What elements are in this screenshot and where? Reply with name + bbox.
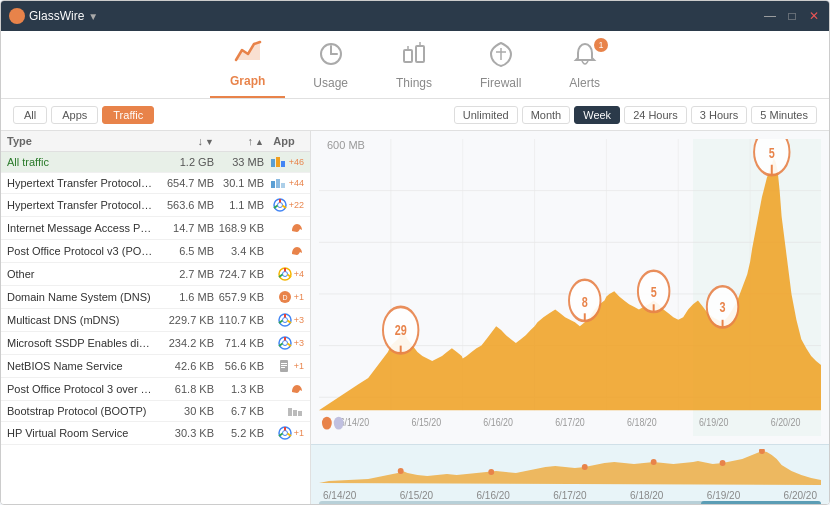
timeline-scrollbar[interactable] [319,501,821,504]
minimize-button[interactable]: — [763,9,777,23]
svg-rect-40 [298,411,302,416]
table-row[interactable]: Hypertext Transfer Protocol (HTTP) 563.6… [1,194,310,217]
row-up: 110.7 KB [214,314,264,326]
timeline-label-5: 6/19/20 [707,490,740,501]
tab-graph-label: Graph [230,74,265,88]
row-up: 30.1 MB [214,177,264,189]
row-type: Microsoft SSDP Enables discovery of U... [7,337,158,349]
row-down: 654.7 MB [158,177,214,189]
apps-button[interactable]: Apps [51,106,98,124]
all-button[interactable]: All [13,106,47,124]
graph-icon [234,38,262,72]
svg-rect-11 [281,183,285,188]
timeline-label-6: 6/20/20 [784,490,817,501]
svg-text:D: D [282,294,287,301]
table-row[interactable]: Microsoft SSDP Enables discovery of U...… [1,332,310,355]
chevron-down-icon[interactable]: ▼ [88,11,98,22]
row-up: 1.1 MB [214,199,264,211]
timeline-label-2: 6/16/20 [477,490,510,501]
table-row[interactable]: Multicast DNS (mDNS) 229.7 KB 110.7 KB +… [1,309,310,332]
table-row[interactable]: Other 2.7 MB 724.7 KB +4 [1,263,310,286]
row-app: +1 [264,359,304,373]
table-row[interactable]: Post Office Protocol v3 (POP3) 6.5 MB 3.… [1,240,310,263]
svg-point-66 [334,417,344,430]
subnav: All Apps Traffic Unlimited Month Week 24… [1,99,829,131]
svg-rect-8 [281,161,285,167]
svg-rect-10 [276,179,280,188]
svg-text:8: 8 [582,294,588,310]
sort-down-icon: ▼ [205,137,214,147]
tab-firewall[interactable]: Firewall [460,34,541,98]
month-button[interactable]: Month [522,106,571,124]
tab-alerts[interactable]: 1 Alerts [549,34,620,98]
table-row[interactable]: Hypertext Transfer Protocol over SSL/T..… [1,173,310,194]
tab-things-label: Things [396,76,432,90]
nav-tabs: Graph Usage Things Firewall 1 Alerts [1,31,829,99]
traffic-panel: Type ↓▼ ↑▲ App All traffic 1.2 GB 33 MB … [1,131,311,504]
traffic-button[interactable]: Traffic [102,106,154,124]
row-app: +22 [264,198,304,212]
svg-point-82 [398,468,404,474]
5minutes-button[interactable]: 5 Minutes [751,106,817,124]
svg-point-85 [651,459,657,465]
week-button[interactable]: Week [574,106,620,124]
graph-svg: 6/14/20 6/15/20 6/16/20 6/17/20 6/18/20 … [319,139,821,436]
row-up: 6.7 KB [214,405,264,417]
row-app [264,382,304,396]
row-up: 724.7 KB [214,268,264,280]
svg-text:6/18/20: 6/18/20 [627,416,657,428]
svg-point-83 [488,469,494,475]
svg-point-13 [277,203,282,208]
row-down: 30 KB [158,405,214,417]
up-header: ↑▲ [214,135,264,147]
timeline-label-4: 6/18/20 [630,490,663,501]
svg-point-86 [720,460,726,466]
things-icon [400,40,428,74]
timeline-area: 6/14/20 6/15/20 6/16/20 6/17/20 6/18/20 … [311,444,829,504]
unlimited-button[interactable]: Unlimited [454,106,518,124]
row-type: Post Office Protocol v3 (POP3) [7,245,158,257]
3hours-button[interactable]: 3 Hours [691,106,748,124]
timeline-label-0: 6/14/20 [323,490,356,501]
svg-rect-36 [281,365,287,366]
svg-rect-37 [281,367,285,368]
row-down: 2.7 MB [158,268,214,280]
tab-usage[interactable]: Usage [293,34,368,98]
table-row[interactable]: HP Virtual Room Service 30.3 KB 5.2 KB +… [1,422,310,445]
row-up: 3.4 KB [214,245,264,257]
main-window: GlassWire ▼ — □ ✕ Graph Usage Things [0,0,830,505]
close-button[interactable]: ✕ [807,9,821,23]
timeline-labels: 6/14/20 6/15/20 6/16/20 6/17/20 6/18/20 … [319,490,821,501]
table-row[interactable]: NetBIOS Name Service 42.6 KB 56.6 KB +1 [1,355,310,378]
svg-rect-2 [404,50,412,62]
row-down: 14.7 MB [158,222,214,234]
alerts-badge: 1 [594,38,608,52]
row-down: 6.5 MB [158,245,214,257]
tab-things[interactable]: Things [376,34,452,98]
timeline-thumb[interactable] [701,501,821,504]
tab-graph[interactable]: Graph [210,32,285,98]
maximize-button[interactable]: □ [785,9,799,23]
table-row[interactable]: Domain Name System (DNS) 1.6 MB 657.9 KB… [1,286,310,309]
type-header: Type [7,135,158,147]
row-type: Hypertext Transfer Protocol over SSL/T..… [7,177,158,189]
titlebar: GlassWire ▼ — □ ✕ [1,1,829,31]
table-row[interactable]: All traffic 1.2 GB 33 MB +46 [1,152,310,173]
svg-text:6/14/20: 6/14/20 [340,416,370,428]
graph-main: 600 MB [311,131,829,444]
24hours-button[interactable]: 24 Hours [624,106,687,124]
row-up: 168.9 KB [214,222,264,234]
tab-usage-label: Usage [313,76,348,90]
svg-point-18 [282,272,287,277]
row-type: Bootstrap Protocol (BOOTP) [7,405,158,417]
table-row[interactable]: Post Office Protocol 3 over TLS/SSL (P..… [1,378,310,401]
svg-rect-6 [271,159,275,167]
graph-y-label: 600 MB [327,139,365,151]
row-down: 42.6 KB [158,360,214,372]
table-row[interactable]: Bootstrap Protocol (BOOTP) 30 KB 6.7 KB [1,401,310,422]
row-type: NetBIOS Name Service [7,360,158,372]
row-app: D+1 [264,290,304,304]
subnav-left: All Apps Traffic [13,106,154,124]
table-row[interactable]: Internet Message Access Protocol over ..… [1,217,310,240]
main-split: Type ↓▼ ↑▲ App All traffic 1.2 GB 33 MB … [1,131,829,504]
